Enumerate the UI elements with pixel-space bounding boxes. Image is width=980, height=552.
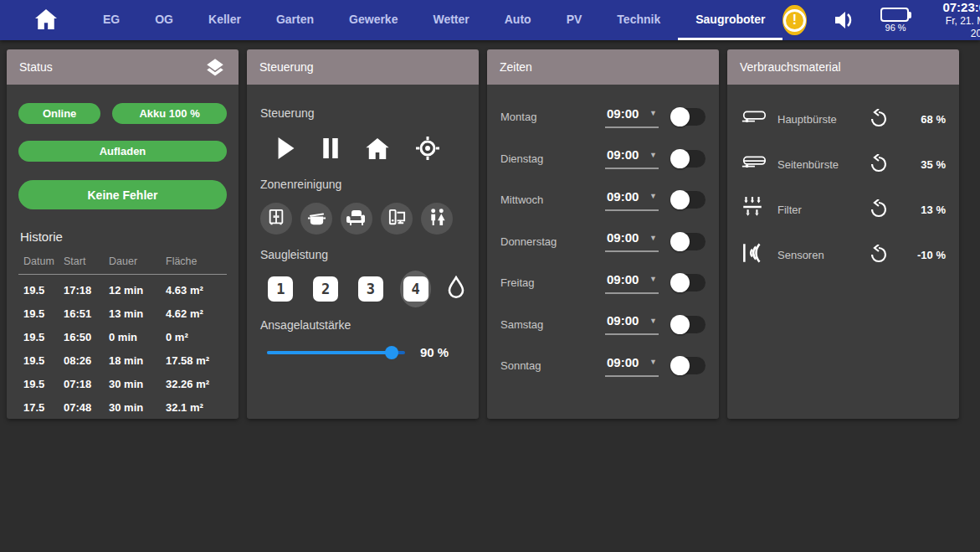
power-level-button[interactable]: 1 [268, 276, 293, 302]
time-select[interactable]: 09:00 ▼ [605, 230, 659, 252]
nav-status-area: ! 96 % 07:23:04 Fr, 21. Mai 2021 [782, 0, 980, 40]
home-icon [35, 9, 57, 32]
play-icon [277, 137, 295, 162]
history-title: Historie [20, 230, 227, 244]
schedule-toggle[interactable] [670, 108, 705, 126]
status-badge-errors: Keine Fehler [18, 180, 227, 209]
consumable-label: Seitenbürste [777, 158, 860, 171]
volume-slider-fill [267, 351, 392, 354]
time-select[interactable]: 09:00 ▼ [605, 147, 659, 169]
schedule-row: Mittwoch 09:00 ▼ [499, 179, 707, 221]
status-badge-charging: Aufladen [18, 141, 227, 162]
filter-icon [741, 196, 771, 223]
control-panel-title: Steuerung [259, 60, 314, 74]
consumables-panel-title: Verbrauchsmaterial [740, 60, 841, 74]
armchair-icon [346, 208, 367, 230]
warning-icon[interactable]: ! [782, 5, 806, 35]
zone-kidsroom-button[interactable] [421, 203, 453, 235]
schedule-panel: Zeiten Montag 09:00 ▼ Dienstag 09:00 ▼ [487, 49, 719, 419]
reset-icon[interactable] [867, 109, 890, 129]
reset-icon[interactable] [867, 154, 890, 174]
zone-kitchen-button[interactable] [300, 203, 332, 235]
consumable-value: -10 % [897, 249, 946, 261]
tab-gewerke[interactable]: Gewerke [331, 0, 415, 40]
schedule-toggle[interactable] [670, 233, 705, 250]
tab-og[interactable]: OG [137, 0, 191, 40]
schedule-panel-header: Zeiten [487, 49, 719, 85]
control-section-label: Steuerung [260, 106, 467, 120]
home-dock-icon [366, 138, 389, 162]
consumable-value: 68 % [897, 113, 946, 126]
time-select[interactable]: 09:00 ▼ [605, 272, 659, 294]
reset-icon[interactable] [867, 199, 890, 219]
volume-section-label: Ansagelautstärke [260, 318, 467, 332]
power-section-label: Saugleistung [260, 248, 467, 261]
control-panel-body: Steuerung [247, 85, 479, 371]
speaker-icon[interactable] [832, 9, 855, 31]
schedule-toggle[interactable] [670, 357, 705, 374]
history-row: 19.517:1812 min4.63 m² [18, 278, 227, 302]
consumables-panel: Verbrauchsmaterial Hauptbürste 68 [727, 49, 959, 419]
status-badge-online: Online [18, 103, 100, 124]
chevron-down-icon: ▼ [649, 192, 657, 200]
locate-icon [416, 137, 439, 163]
status-panel: Status Online Akku 100 % Aufladen Keine … [7, 49, 239, 419]
power-slot: 1 [265, 271, 296, 307]
locate-button[interactable] [416, 137, 439, 163]
schedule-row: Samstag 09:00 ▼ [499, 304, 707, 346]
col-flaeche: Fläche [166, 255, 227, 267]
zone-wardrobe-button[interactable] [260, 203, 292, 235]
time-select[interactable]: 09:00 ▼ [605, 355, 659, 377]
day-label: Mittwoch [500, 193, 595, 206]
day-label: Samstag [500, 318, 595, 331]
consumable-value: 35 % [897, 158, 946, 171]
day-label: Dienstag [500, 152, 595, 165]
consumable-label: Hauptbürste [777, 113, 860, 126]
tab-auto[interactable]: Auto [487, 0, 549, 40]
time-select[interactable]: 09:00 ▼ [605, 106, 659, 128]
volume-slider[interactable] [267, 346, 405, 359]
wardrobe-icon [267, 209, 285, 230]
col-dauer: Dauer [109, 255, 166, 267]
layers-icon[interactable] [204, 56, 226, 78]
chevron-down-icon: ▼ [649, 358, 657, 366]
tab-wetter[interactable]: Wetter [415, 0, 486, 40]
history-row: 19.508:2618 min17.58 m² [18, 348, 227, 372]
power-slot: 2 [310, 271, 341, 307]
tab-eg[interactable]: EG [85, 0, 137, 40]
tab-saugroboter[interactable]: Saugroboter [678, 0, 782, 40]
battery-indicator: 96 % [880, 8, 911, 33]
pause-button[interactable] [322, 138, 339, 161]
consumables-panel-header: Verbrauchsmaterial [727, 49, 959, 85]
clock-date: Fr, 21. Mai 2021 [936, 15, 980, 40]
consumable-label: Sensoren [777, 249, 860, 261]
schedule-toggle[interactable] [670, 150, 705, 168]
time-select[interactable]: 09:00 ▼ [605, 313, 659, 335]
pause-icon [322, 138, 339, 161]
history-row: 19.516:500 min0 m² [18, 325, 227, 348]
dock-button[interactable] [366, 138, 389, 162]
schedule-toggle[interactable] [670, 191, 705, 209]
schedule-toggle[interactable] [670, 274, 705, 291]
tab-pv[interactable]: PV [549, 0, 600, 40]
zone-office-button[interactable] [381, 203, 413, 235]
home-nav-button[interactable] [35, 9, 57, 32]
zone-livingroom-button[interactable] [341, 203, 372, 235]
time-select[interactable]: 09:00 ▼ [605, 189, 659, 211]
power-level-button[interactable]: 4 [403, 276, 428, 302]
tab-keller[interactable]: Keller [191, 0, 259, 40]
reset-icon[interactable] [867, 245, 890, 265]
consumable-row: Sensoren -10 % [739, 232, 947, 277]
power-level-button[interactable]: 2 [313, 276, 338, 302]
schedule-toggle[interactable] [670, 316, 705, 333]
consumable-row: Seitenbürste 35 % [739, 142, 947, 187]
top-nav: EG OG Keller Garten Gewerke Wetter Auto … [0, 0, 980, 40]
day-label: Sonntag [500, 359, 595, 372]
volume-slider-handle[interactable] [385, 346, 398, 359]
history-row: 19.507:1830 min32.26 m² [18, 372, 227, 395]
power-level-button[interactable]: 3 [358, 276, 383, 302]
play-button[interactable] [277, 137, 295, 162]
tab-garten[interactable]: Garten [259, 0, 331, 40]
mop-mode-button[interactable] [445, 276, 467, 303]
tab-technik[interactable]: Technik [599, 0, 678, 40]
